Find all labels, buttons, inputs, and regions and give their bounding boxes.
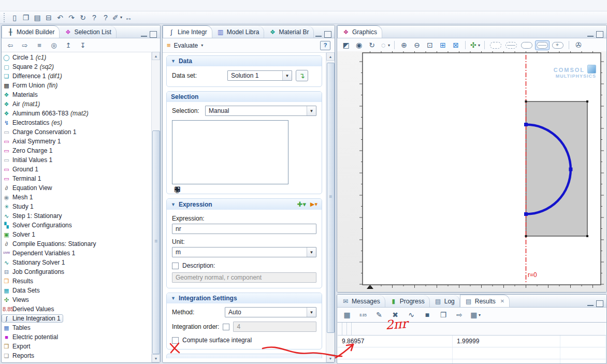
scroll-down-icon[interactable]: ▼ [326,354,335,362]
tree-item-form-union[interactable]: ▩ Form Union (fin) [2,81,152,90]
tree-item-charge-conservation[interactable]: ▭ Charge Conservation 1 [2,127,152,137]
scroll-up-icon[interactable]: ▲ [152,52,160,60]
geometry-rectangle[interactable] [526,101,588,236]
zoom-in-icon[interactable]: ⊕ ▾ [398,40,410,50]
maximize-icon[interactable] [596,300,603,307]
scene-light-icon[interactable]: ◌ ▾ [379,40,391,50]
tree-item-study1[interactable]: ✳ Study 1 [2,202,152,211]
tree-item-results[interactable]: ❒ Results [2,276,152,286]
sep2[interactable]: ▾ [463,41,468,49]
rotate-view-icon[interactable]: ↻ ▾ [366,40,378,50]
tree-item-zero-charge[interactable]: ▭ Zero Charge 1 [2,146,152,155]
tree-item-dependent-variables[interactable]: ᵘᵛʷ Dependent Variables 1 [2,249,152,258]
back-icon[interactable]: ⇦ [5,40,16,50]
settings-scrollbar[interactable]: ▲ ▼ [326,52,335,362]
scroll-thumb[interactable] [327,63,335,333]
tree-item-equation-view[interactable]: ∂ Equation View [2,183,152,193]
documentation-icon[interactable]: ? ▾ [100,12,111,23]
table-row[interactable]: 9.86957 1.99999 [338,336,606,347]
context-help-icon[interactable]: ? [320,41,330,50]
minimize-icon[interactable] [141,31,147,37]
select-object-mode[interactable] [519,40,534,50]
forward-icon[interactable]: ⇨ [19,40,31,50]
tree-item-electrostatics[interactable]: ↯ Electrostatics (es) [2,118,152,127]
compute-surface-integral-checkbox[interactable] [172,337,179,344]
tree-item-tables[interactable]: ▦ Tables [2,323,152,332]
method-select[interactable]: Auto ▼ [225,307,316,317]
tree-item-line-integration1[interactable]: ∫ Line Integration 1 [2,314,152,323]
zoom-to-selection2-icon[interactable]: ⊠ ▾ [450,40,461,50]
sep1[interactable]: ▾ [392,41,397,49]
replace-expression-icon[interactable]: ▶▾ [310,201,317,208]
tab-graphics[interactable]: ❖ Graphics [337,25,382,38]
refresh-dataset-icon[interactable]: ↴ [296,70,308,81]
clear-selection-icon[interactable]: ✎ [172,184,182,194]
tab-selection-list[interactable]: ❖ Selection List [60,26,116,38]
help-icon[interactable]: ? ▾ [89,12,100,23]
zoom-extents-icon[interactable]: ⊞ ▾ [437,40,449,50]
save-icon[interactable]: ▤ ▾ [32,12,43,23]
menu-edit[interactable] [16,5,25,7]
tab-messages[interactable]: ✉ Messages [337,295,385,307]
undo-icon[interactable]: ↶ ▾ [54,12,66,23]
selection-listbox[interactable] [172,120,288,184]
tree-item-export[interactable]: ❒ Export [2,342,152,351]
visibility-icon[interactable]: ◉ ▾ [353,40,365,50]
tree-item-data-sets[interactable]: ▦ Data Sets [2,286,152,295]
select-domain-mode[interactable] [488,40,503,50]
tree-item-compile-equations[interactable]: ∂ Compile Equations: Stationary [2,239,152,249]
transparency-icon[interactable]: ◩ ▾ [340,40,352,50]
tree-item-solver-configurations[interactable]: ▚ Solver Configurations [2,221,152,230]
select-add-mode[interactable] [551,40,565,50]
tree-item-stationary-solver[interactable]: ∿ Stationary Solver 1 [2,258,152,267]
tab-log[interactable]: ▤ Log [430,295,460,307]
tree-item-circle1[interactable]: ◯ Circle 1 (c1) [2,53,152,62]
minimize-icon[interactable] [315,31,322,37]
delete-table-icon[interactable]: ✖ ▾ [389,310,401,320]
tab-progress[interactable]: ▮ Progress [385,295,430,307]
snapshot-icon[interactable]: ✇ [573,40,584,50]
menu-file[interactable] [5,5,15,7]
maximize-icon[interactable] [150,31,157,38]
dataset-select[interactable]: Solution 1 ▼ [227,70,292,81]
ruler-icon[interactable]: ↔ ▾ [123,12,134,23]
table-display-icon[interactable]: ▦ ▾ [470,310,481,320]
minimize-icon[interactable] [587,31,594,37]
tree-item-square2[interactable]: ▢ Square 2 (sq2) [2,62,152,71]
tree-item-electric-potential[interactable]: ■ Electric potential [2,332,152,342]
paint-brush-icon[interactable]: ✐ ▾ [111,12,123,23]
maximize-icon[interactable] [596,31,603,38]
tree-item-views[interactable]: ✣ Views [2,295,152,304]
update-solution-icon[interactable]: ↻ ▾ [77,12,89,23]
show-icon[interactable]: ◎ [48,40,60,50]
tab-material-browser[interactable]: ❖ Material Br [264,26,314,38]
integration-order-checkbox[interactable] [223,324,229,330]
tab-model-library[interactable]: ▥ Model Libra [212,26,265,38]
tree-item-job-configurations[interactable]: ⊟ Job Configurations [2,267,152,276]
new-file-icon[interactable]: ▯ ▾ [9,12,20,23]
tree-item-solver1[interactable]: ▣ Solver 1 [2,230,152,239]
tree-item-difference1[interactable]: ❏ Difference 1 (dif1) [2,71,152,81]
graphics-canvas[interactable]: r=0 COMSOL MULTIPHYSICS [337,51,606,292]
menu-options[interactable] [36,5,46,7]
default-view-icon[interactable]: ✣ ▾ [469,40,481,50]
scroll-up-icon[interactable]: ▲ [326,52,335,61]
export-table-icon[interactable]: ⇨ ▾ [454,310,465,320]
unit-select[interactable]: m ▼ [172,247,316,257]
table-row[interactable] [338,347,606,359]
tree-scrollbar[interactable]: ▲ ▼ [151,52,160,362]
clear-table-icon[interactable]: ✎ ▾ [373,310,385,320]
open-file-icon[interactable]: ❐ ▾ [20,12,32,23]
zoom-box-icon[interactable]: ⊡ ▾ [424,40,436,50]
sep3[interactable]: ▾ [482,41,487,49]
expression-input[interactable]: nr [172,224,316,234]
print-icon[interactable]: ⊟ ▾ [43,12,54,23]
zoom-out-icon[interactable]: ⊖ ▾ [411,40,423,50]
tab-model-builder[interactable]: ╂ Model Builder [2,25,60,38]
redo-icon[interactable]: ↷ ▾ [66,12,77,23]
table-figures-icon[interactable]: ▦ ▾ [341,310,353,320]
description-checkbox[interactable] [172,263,179,269]
tab-results[interactable]: ▤ Results ✕ [460,295,510,307]
tree-item-axial-symmetry[interactable]: ▭ Axial Symmetry 1 [2,137,152,146]
menu-help[interactable] [47,5,56,7]
